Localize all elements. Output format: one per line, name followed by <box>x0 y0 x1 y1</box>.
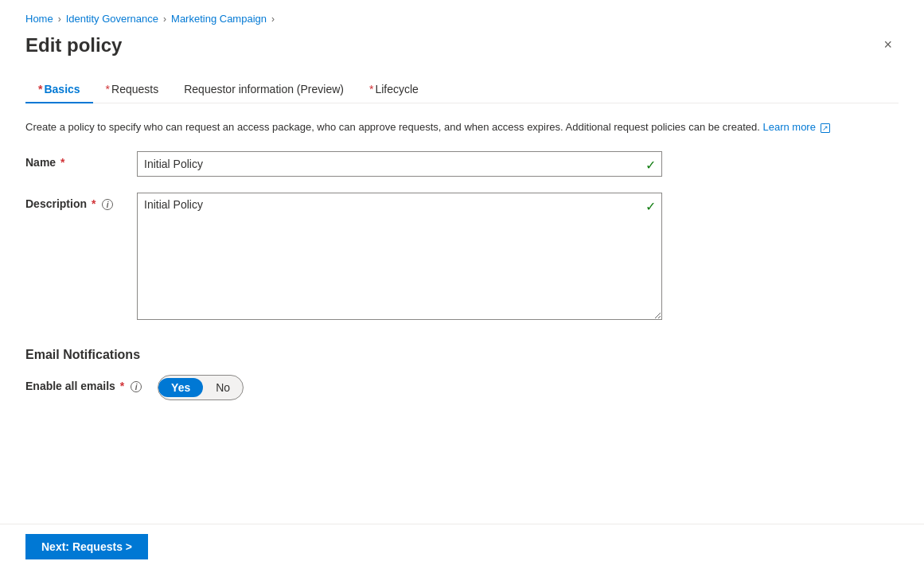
name-input[interactable] <box>137 151 662 177</box>
enable-emails-info-icon[interactable]: i <box>131 381 142 392</box>
description-input[interactable]: Initial Policy <box>137 193 662 320</box>
description-info-icon[interactable]: i <box>102 199 113 210</box>
tab-requests[interactable]: *Requests <box>93 76 172 103</box>
enable-emails-toggle-container: Yes No <box>158 375 244 400</box>
breadcrumb-sep-3: › <box>271 14 275 25</box>
breadcrumb: Home › Identity Governance › Marketing C… <box>25 13 899 25</box>
description-label: Description * i <box>25 193 121 211</box>
toggle-yes[interactable]: Yes <box>158 378 203 397</box>
email-notifications-section: Email Notifications Enable all emails * … <box>25 348 899 400</box>
tab-lifecycle[interactable]: *Lifecycle <box>357 76 431 103</box>
enable-emails-label: Enable all emails * i <box>25 375 142 393</box>
name-label: Name * <box>25 151 121 169</box>
breadcrumb-home[interactable]: Home <box>25 13 53 25</box>
close-button[interactable]: × <box>877 34 899 55</box>
next-requests-button[interactable]: Next: Requests > <box>25 534 148 559</box>
page-title: Edit policy <box>25 34 122 57</box>
description-input-container: Initial Policy ✓ <box>137 193 662 322</box>
description-row: Description * i Initial Policy ✓ <box>25 193 899 322</box>
tab-requestor-info[interactable]: Requestor information (Preview) <box>171 76 357 103</box>
tab-bar: *Basics *Requests Requestor information … <box>25 76 899 103</box>
name-row: Name * ✓ <box>25 151 899 177</box>
breadcrumb-identity-governance[interactable]: Identity Governance <box>66 13 158 25</box>
tab-requests-required: * <box>106 83 110 95</box>
basics-form: Name * ✓ Description * i Initial Policy … <box>25 151 899 322</box>
tab-lifecycle-required: * <box>369 83 373 95</box>
learn-more-link[interactable]: Learn more <box>762 121 829 133</box>
breadcrumb-marketing-campaign[interactable]: Marketing Campaign <box>171 13 267 25</box>
name-input-container: ✓ <box>137 151 662 177</box>
section-description: Create a policy to specify who can reque… <box>25 119 899 135</box>
tab-basics-required: * <box>38 83 42 95</box>
enable-emails-row: Enable all emails * i Yes No <box>25 375 899 400</box>
footer: Next: Requests > <box>0 524 924 569</box>
yes-no-toggle[interactable]: Yes No <box>158 375 244 400</box>
breadcrumb-sep-2: › <box>163 14 166 25</box>
toggle-no[interactable]: No <box>203 378 243 397</box>
external-link-icon <box>821 123 830 133</box>
email-notifications-title: Email Notifications <box>25 348 899 362</box>
page-header: Edit policy × <box>25 34 899 57</box>
name-valid-icon: ✓ <box>645 158 656 173</box>
breadcrumb-sep-1: › <box>58 14 61 25</box>
description-valid-icon: ✓ <box>645 199 656 214</box>
tab-basics[interactable]: *Basics <box>25 76 93 103</box>
